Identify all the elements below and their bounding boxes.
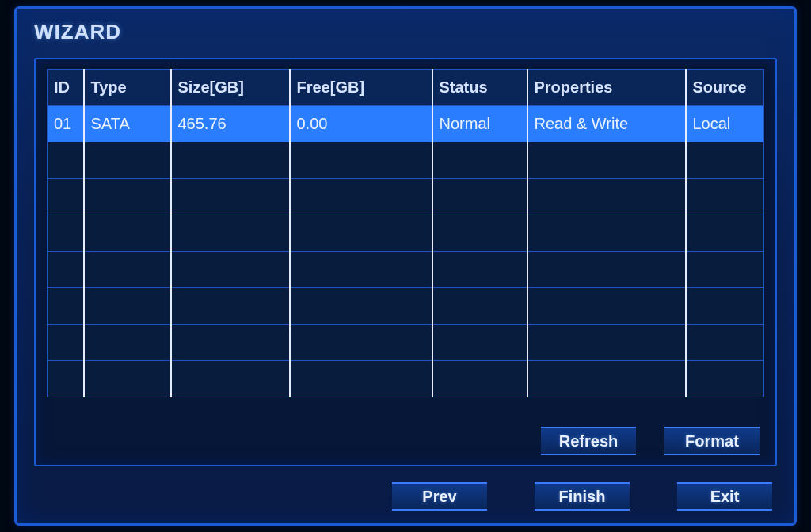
cell-empty bbox=[432, 325, 527, 361]
cell-empty bbox=[290, 179, 432, 215]
col-header-type: Type bbox=[84, 70, 171, 106]
cell-empty bbox=[686, 288, 764, 325]
col-header-status: Status bbox=[432, 70, 527, 106]
cell-empty bbox=[432, 252, 527, 288]
exit-button[interactable]: Exit bbox=[677, 482, 772, 511]
col-header-properties: Properties bbox=[527, 70, 686, 106]
cell-id: 01 bbox=[48, 106, 84, 142]
cell-empty bbox=[527, 252, 686, 288]
cell-empty bbox=[48, 252, 84, 288]
cell-empty bbox=[84, 142, 171, 179]
cell-empty bbox=[84, 288, 171, 325]
cell-empty bbox=[432, 179, 527, 215]
cell-empty bbox=[171, 325, 290, 361]
cell-empty bbox=[290, 288, 432, 325]
cell-type: SATA bbox=[84, 106, 171, 142]
titlebar: WIZARD bbox=[17, 9, 794, 49]
table-row-empty bbox=[48, 288, 764, 325]
table-row-empty bbox=[48, 215, 764, 252]
cell-empty bbox=[686, 252, 764, 288]
cell-empty bbox=[432, 288, 527, 325]
cell-empty bbox=[171, 288, 290, 325]
format-button[interactable]: Format bbox=[664, 427, 760, 455]
col-header-id: ID bbox=[48, 70, 84, 106]
content-panel: ID Type Size[GB] Free[GB] Status Propert… bbox=[34, 58, 777, 466]
cell-empty bbox=[527, 288, 686, 325]
window-title: WIZARD bbox=[34, 20, 121, 44]
prev-button[interactable]: Prev bbox=[392, 482, 487, 511]
cell-empty bbox=[290, 361, 432, 397]
cell-empty bbox=[84, 361, 171, 397]
wizard-window: WIZARD ID Type Size[GB] Free[GB] Status … bbox=[14, 6, 797, 526]
cell-empty bbox=[171, 252, 290, 288]
disk-table: ID Type Size[GB] Free[GB] Status Propert… bbox=[47, 69, 764, 397]
cell-empty bbox=[686, 179, 764, 215]
table-row-empty bbox=[48, 252, 764, 288]
cell-empty bbox=[171, 179, 290, 215]
footer-button-row: Prev Finish Exit bbox=[392, 482, 772, 511]
table-header-row: ID Type Size[GB] Free[GB] Status Propert… bbox=[48, 70, 764, 106]
cell-empty bbox=[432, 142, 527, 179]
cell-empty bbox=[686, 361, 764, 397]
cell-size: 465.76 bbox=[171, 106, 290, 142]
finish-button[interactable]: Finish bbox=[535, 482, 630, 511]
cell-empty bbox=[48, 325, 84, 361]
table-row-empty bbox=[48, 325, 764, 361]
cell-empty bbox=[171, 215, 290, 252]
table-row-empty bbox=[48, 142, 764, 179]
cell-empty bbox=[84, 325, 171, 361]
cell-empty bbox=[48, 361, 84, 397]
cell-empty bbox=[432, 215, 527, 252]
cell-empty bbox=[48, 142, 84, 179]
cell-empty bbox=[686, 142, 764, 179]
col-header-free: Free[GB] bbox=[290, 70, 432, 106]
cell-empty bbox=[48, 288, 84, 325]
cell-empty bbox=[84, 252, 171, 288]
cell-empty bbox=[48, 179, 84, 215]
refresh-button[interactable]: Refresh bbox=[541, 427, 636, 455]
cell-empty bbox=[686, 215, 764, 252]
table-row-empty bbox=[48, 361, 764, 397]
cell-source: Local bbox=[686, 106, 764, 142]
panel-button-row: Refresh Format bbox=[541, 427, 760, 455]
cell-free: 0.00 bbox=[290, 106, 432, 142]
cell-empty bbox=[686, 325, 764, 361]
cell-empty bbox=[290, 142, 432, 179]
cell-empty bbox=[432, 361, 527, 397]
cell-empty bbox=[527, 142, 686, 179]
cell-empty bbox=[290, 215, 432, 252]
table-row[interactable]: 01SATA465.760.00NormalRead & WriteLocal bbox=[48, 106, 764, 142]
col-header-source: Source bbox=[686, 70, 764, 106]
cell-empty bbox=[84, 215, 171, 252]
cell-empty bbox=[48, 215, 84, 252]
cell-empty bbox=[527, 179, 686, 215]
cell-empty bbox=[290, 325, 432, 361]
cell-empty bbox=[290, 252, 432, 288]
cell-empty bbox=[527, 325, 686, 361]
cell-empty bbox=[171, 361, 290, 397]
col-header-size: Size[GB] bbox=[171, 70, 290, 106]
cell-empty bbox=[171, 142, 290, 179]
cell-status: Normal bbox=[432, 106, 527, 142]
cell-empty bbox=[527, 361, 686, 397]
cell-empty bbox=[84, 179, 171, 215]
cell-properties: Read & Write bbox=[527, 106, 686, 142]
table-row-empty bbox=[48, 179, 764, 215]
cell-empty bbox=[527, 215, 686, 252]
